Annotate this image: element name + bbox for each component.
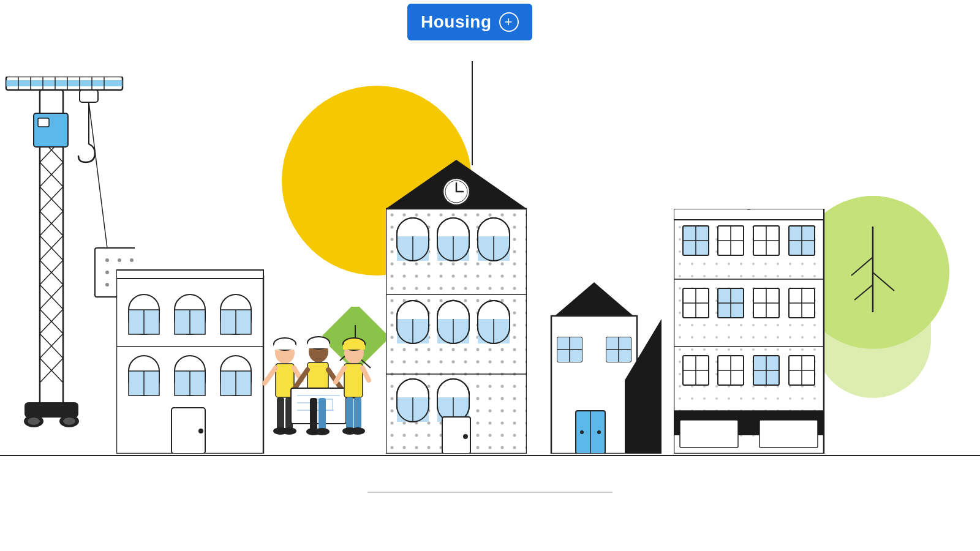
svg-marker-142 bbox=[551, 282, 637, 319]
svg-rect-10 bbox=[80, 90, 98, 102]
building-right bbox=[674, 209, 827, 456]
svg-point-50 bbox=[105, 271, 109, 274]
svg-rect-235 bbox=[346, 397, 353, 431]
svg-point-238 bbox=[350, 427, 365, 435]
svg-line-234 bbox=[363, 368, 369, 380]
svg-rect-226 bbox=[318, 398, 326, 432]
svg-point-213 bbox=[282, 427, 296, 435]
svg-line-233 bbox=[336, 368, 344, 382]
building-main bbox=[386, 160, 527, 456]
svg-rect-210 bbox=[277, 397, 284, 431]
bottom-decoration-line bbox=[368, 492, 612, 493]
housing-tag[interactable]: Housing + bbox=[407, 4, 532, 40]
svg-rect-158 bbox=[674, 209, 824, 220]
svg-rect-202 bbox=[680, 420, 738, 448]
svg-point-43 bbox=[105, 258, 109, 262]
svg-rect-36 bbox=[38, 118, 49, 127]
ground-line bbox=[0, 455, 980, 456]
svg-point-86 bbox=[198, 429, 203, 433]
svg-point-147 bbox=[597, 430, 601, 434]
svg-rect-231 bbox=[343, 345, 365, 350]
svg-rect-225 bbox=[310, 398, 317, 432]
svg-point-39 bbox=[28, 418, 40, 425]
svg-rect-216 bbox=[307, 343, 330, 348]
building-left bbox=[116, 258, 270, 456]
svg-point-228 bbox=[315, 428, 330, 435]
housing-plus-icon[interactable]: + bbox=[499, 12, 519, 32]
svg-point-57 bbox=[105, 283, 109, 287]
svg-rect-236 bbox=[354, 397, 361, 431]
crane bbox=[0, 77, 135, 456]
svg-rect-232 bbox=[344, 364, 363, 397]
svg-point-141 bbox=[463, 434, 468, 439]
svg-point-146 bbox=[580, 430, 584, 434]
svg-rect-203 bbox=[760, 420, 818, 448]
housing-stem-line bbox=[472, 61, 473, 165]
workers-group bbox=[257, 334, 380, 459]
svg-point-41 bbox=[63, 418, 75, 425]
svg-line-208 bbox=[265, 368, 276, 383]
scene: Housing + bbox=[0, 0, 980, 551]
housing-label: Housing bbox=[421, 12, 492, 32]
svg-rect-1 bbox=[6, 80, 123, 86]
svg-rect-66 bbox=[116, 270, 263, 279]
houses-cluster bbox=[539, 258, 662, 456]
svg-rect-206 bbox=[274, 345, 296, 350]
svg-line-64 bbox=[89, 102, 107, 248]
